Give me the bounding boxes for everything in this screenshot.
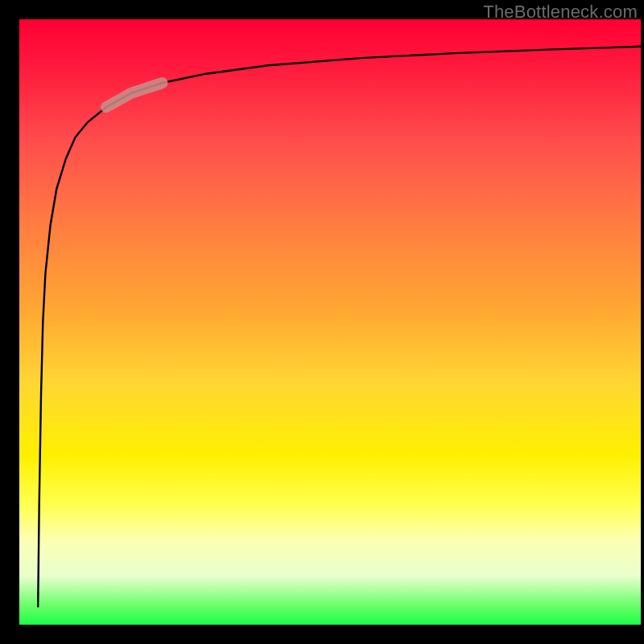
attribution-text: TheBottleneck.com	[483, 2, 638, 23]
chart-frame: TheBottleneck.com	[0, 0, 644, 644]
plot-background	[19, 19, 641, 625]
